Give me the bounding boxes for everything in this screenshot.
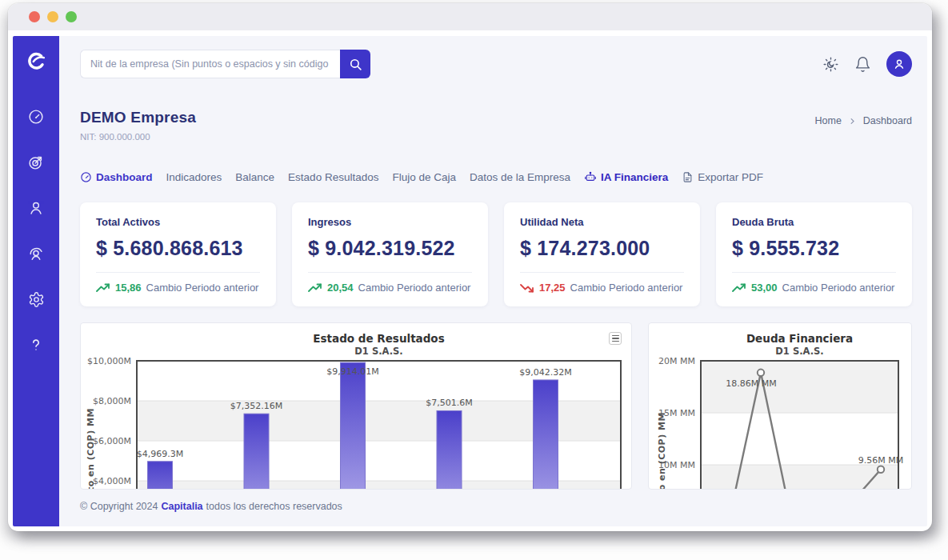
y-tick-label: $6,000M [93,436,131,446]
kpi-title: Deuda Bruta [732,216,896,228]
tab-dashboard[interactable]: Dashboard [80,171,153,183]
tab-exportar-pdf[interactable]: Exportar PDF [682,171,763,183]
tab-indicadores[interactable]: Indicadores [166,171,222,183]
point-value-label: 9.56M MM [858,455,903,466]
chart-subtitle: D1 S.A.S. [775,346,823,357]
topbar [80,50,912,78]
breadcrumb-home[interactable]: Home [815,115,842,126]
kpi-title: Ingresos [308,216,472,228]
line-marker[interactable] [758,370,764,376]
deuda-financiera-chart-card: 20M MM15M MM10M MM18.86M MM9.56M MMDeuda… [648,322,912,490]
kpi-change: 15,86 [115,282,142,294]
sidebar-item-settings[interactable] [26,289,46,310]
tab-datos-de-la-empresa[interactable]: Datos de la Empresa [470,171,570,183]
kpi-title: Total Activos [96,216,260,228]
company-nit: NIT: 900.000.000 [80,132,196,142]
bar-value-label: $7,352.16M [230,401,282,411]
app-window: DEMO Empresa NIT: 900.000.000 Home Dashb… [8,3,932,531]
y-tick-label: $10,000M [87,356,131,366]
bar[interactable] [148,462,173,490]
sidebar-nav [26,106,46,355]
brand-name: Capitalia [161,501,202,512]
bar-value-label: $9,914.01M [326,366,378,377]
kpi-caption: Cambio Periodo anterior [570,282,683,294]
sidebar-item-dashboard[interactable] [26,106,46,127]
support-agent-icon [27,245,45,262]
y-tick-label: $8,000M [93,396,131,406]
charts-row: $10,000M$8,000M$6,000M$4,000M$4,969.3M$7… [80,322,912,490]
theme-toggle-button[interactable] [822,56,839,73]
chart-context-menu-button[interactable] [609,332,622,345]
kpi-change: 17,25 [539,282,566,294]
kpi-card-utilidad-neta: Utilidad Neta $ 174.273.000 17,25 Cambio… [504,202,700,306]
window-close-button[interactable] [29,11,40,22]
bar[interactable] [244,414,269,490]
bar-value-label: $4,969.3M [137,449,183,459]
kpi-card-ingresos: Ingresos $ 9.042.319.522 20,54 Cambio Pe… [292,202,488,306]
kpi-trend: 17,25 Cambio Periodo anterior [520,282,684,294]
kpi-change: 53,00 [751,282,778,294]
user-avatar-button[interactable] [886,51,912,77]
y-tick-label: 20M MM [658,356,695,366]
target-icon [27,154,45,171]
kpi-value: $ 9.042.319.522 [308,237,472,260]
y-axis-title: Monto en (COP) MM [657,412,667,490]
sidebar [13,36,59,526]
bar[interactable] [534,380,558,490]
bar-chart: $10,000M$8,000M$6,000M$4,000M$4,969.3M$7… [81,323,631,490]
bar[interactable] [437,410,462,490]
tab-estado-resultados[interactable]: Estado Resultados [288,171,378,183]
tab-bar: Dashboard Indicadores Balance Estado Res… [80,170,912,183]
search-icon [349,58,362,71]
search-input[interactable] [80,50,340,78]
kpi-trend: 20,54 Cambio Periodo anterior [308,282,472,294]
copyright-suffix: todos los derechos reservados [206,501,342,512]
user-icon [892,57,906,71]
copyright-prefix: © Copyright 2024 [80,501,158,512]
trend-up-icon [96,283,110,293]
kpi-cards: Total Activos $ 5.680.868.613 15,86 Camb… [80,202,912,306]
kpi-value: $ 9.555.732 [732,237,896,260]
bar[interactable] [341,362,366,490]
line-chart: 20M MM15M MM10M MM18.86M MM9.56M MMDeuda… [649,323,911,490]
window-zoom-button[interactable] [66,11,77,22]
chevron-right-icon [848,117,857,126]
estado-resultados-chart-card: $10,000M$8,000M$6,000M$4,000M$4,969.3M$7… [80,322,632,490]
kpi-card-total-activos: Total Activos $ 5.680.868.613 15,86 Camb… [80,202,276,306]
chart-title: Estado de Resultados [313,332,444,345]
point-value-label: 18.86M MM [726,378,776,389]
trend-up-icon [732,283,746,293]
kpi-value: $ 5.680.868.613 [96,237,260,260]
company-search [80,50,370,78]
sidebar-item-support[interactable] [26,243,46,264]
gauge-icon [27,108,45,126]
line-marker[interactable] [878,466,884,473]
y-tick-label: $4,000M [93,476,131,486]
chart-title: Deuda Financiera [746,332,853,345]
app-body: DEMO Empresa NIT: 900.000.000 Home Dashb… [13,36,927,526]
company-name: DEMO Empresa [80,109,196,126]
kpi-card-deuda-bruta: Deuda Bruta $ 9.555.732 53,00 Cambio Per… [716,202,912,306]
kpi-caption: Cambio Periodo anterior [358,282,471,294]
kpi-title: Utilidad Neta [520,216,684,228]
notifications-button[interactable] [854,56,871,73]
help-icon [27,336,45,354]
kpi-caption: Cambio Periodo anterior [782,282,895,294]
sidebar-item-goals[interactable] [26,152,46,173]
kpi-value: $ 174.273.000 [520,237,684,260]
trend-up-icon [308,283,322,293]
tab-ia-financiera[interactable]: IA Financiera [584,170,668,183]
sidebar-item-users[interactable] [26,198,46,218]
window-minimize-button[interactable] [47,11,58,22]
capitalia-logo-icon [22,47,50,74]
tab-balance[interactable]: Balance [235,171,274,183]
sidebar-item-help[interactable] [26,334,46,355]
tab-flujo-de-caja[interactable]: Flujo de Caja [392,171,456,183]
kpi-change: 20,54 [327,282,354,294]
trend-down-icon [520,283,534,293]
search-button[interactable] [340,50,370,78]
page-header: DEMO Empresa NIT: 900.000.000 Home Dashb… [80,109,912,142]
kpi-trend: 53,00 Cambio Periodo anterior [732,282,896,294]
robot-icon [584,170,597,183]
sun-moon-icon [822,56,839,73]
